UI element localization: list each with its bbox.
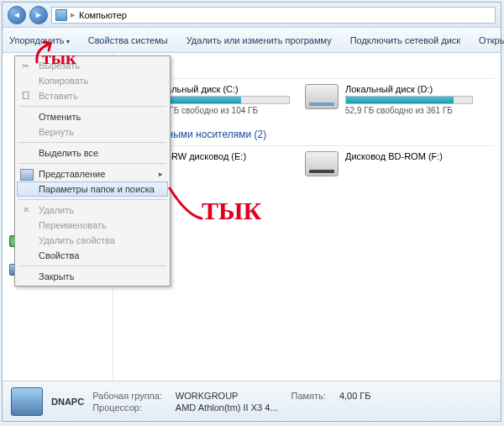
- workgroup-label: Рабочая группа:: [92, 391, 162, 401]
- titlebar: ◄ ► ▸ Компьютер: [3, 3, 501, 28]
- toolbar: Упорядочить Свойства системы Удалить или…: [3, 28, 501, 53]
- cut-icon: [20, 60, 34, 72]
- computer-icon: [11, 387, 43, 416]
- menu-redo[interactable]: Вернуть: [17, 124, 168, 139]
- menu-delete[interactable]: Удалить: [17, 202, 168, 218]
- separator: [18, 163, 166, 164]
- address-bar[interactable]: ▸ Компьютер: [51, 7, 496, 24]
- menu-layout[interactable]: Представление: [17, 166, 168, 181]
- menu-close[interactable]: Закрыть: [17, 269, 168, 284]
- menu-cut[interactable]: Вырезать: [17, 58, 168, 73]
- system-properties-button[interactable]: Свойства системы: [88, 35, 168, 45]
- delete-icon: [20, 205, 34, 217]
- drive-d[interactable]: Локальный диск (D:) 52,9 ГБ свободно из …: [305, 84, 473, 115]
- back-button[interactable]: ◄: [8, 6, 26, 24]
- separator: [18, 199, 166, 200]
- group-hard-disks[interactable]: диски (2): [122, 60, 494, 79]
- location-text: Компьютер: [79, 10, 127, 20]
- separator: [18, 266, 166, 266]
- bd-icon: [305, 151, 339, 176]
- menu-paste[interactable]: Вставить: [17, 88, 168, 103]
- cpu-label: Процессор:: [92, 402, 162, 413]
- menu-folder-options[interactable]: Параметры папок и поиска: [17, 181, 168, 197]
- memory-label: Память:: [291, 391, 326, 401]
- hdd-icon: [305, 84, 339, 109]
- menu-undo[interactable]: Отменить: [17, 109, 168, 124]
- menu-rename[interactable]: Переименовать: [17, 218, 168, 233]
- usage-bar: [345, 96, 473, 104]
- memory-value: 4,00 ГБ: [339, 391, 371, 401]
- menu-remove-props[interactable]: Удалить свойства: [17, 233, 168, 248]
- explorer-window: ◄ ► ▸ Компьютер Упорядочить Свойства сис…: [2, 2, 501, 422]
- status-bar: DNAPC Рабочая группа: WORKGROUP Память: …: [3, 381, 501, 421]
- computer-icon: [55, 9, 67, 21]
- forward-button[interactable]: ►: [29, 6, 48, 24]
- organize-menu[interactable]: Упорядочить: [9, 35, 70, 45]
- menu-copy[interactable]: Копировать: [17, 73, 168, 88]
- main-pane: диски (2) кальный диск (C:) 9 ГБ свободн…: [113, 53, 501, 381]
- organize-dropdown: Вырезать Копировать Вставить Отменить Ве…: [14, 55, 171, 287]
- map-drive-button[interactable]: Подключить сетевой диск: [350, 35, 460, 45]
- paste-icon: [20, 91, 34, 103]
- layout-icon: [20, 169, 34, 181]
- cpu-value: AMD Athlon(tm) II X3 4...: [176, 402, 278, 413]
- uninstall-button[interactable]: Удалить или изменить программу: [186, 35, 332, 45]
- separator: [18, 106, 166, 107]
- workgroup-value: WORKGROUP: [176, 391, 278, 401]
- menu-select-all[interactable]: Выделить все: [17, 145, 168, 160]
- group-removable[interactable]: а со съемными носителями (2): [122, 127, 494, 146]
- drive-f[interactable]: Дисковод BD-ROM (F:): [305, 151, 473, 176]
- separator: [18, 142, 166, 143]
- menu-properties[interactable]: Свойства: [17, 248, 168, 263]
- usage-bar: [162, 96, 290, 104]
- computer-name: DNAPC: [51, 397, 84, 407]
- control-panel-button[interactable]: Открыть панель управле: [479, 35, 504, 45]
